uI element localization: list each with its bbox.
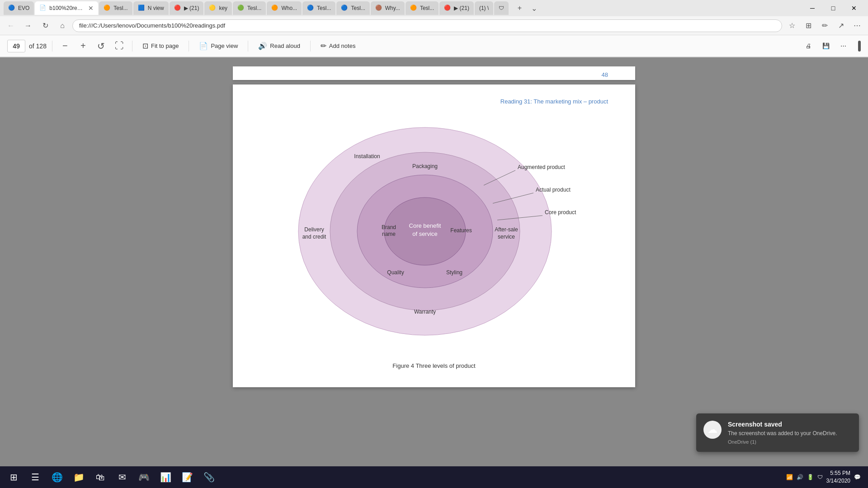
minimize-button[interactable]: ─	[802, 0, 823, 16]
tab-icon-evo: 🔵	[8, 5, 15, 12]
address-input[interactable]: file:///C:/Users/lenovo/Documents/b100%2…	[72, 19, 782, 32]
toast-source: OneDrive (1)	[728, 439, 837, 445]
pdf-page: Reading 31: The marketing mix – product	[233, 84, 635, 387]
forward-button[interactable]: →	[21, 19, 35, 33]
toast-content: Screenshot saved The screenshot was adde…	[728, 421, 837, 445]
add-notes-label: Add notes	[329, 42, 356, 49]
divider1	[52, 41, 52, 52]
powerpoint-button[interactable]: 📊	[156, 467, 175, 487]
tab-shield[interactable]: 🛡	[494, 1, 509, 15]
tab-why[interactable]: 🟤 Why...	[371, 1, 405, 15]
svg-text:After-sale: After-sale	[495, 226, 518, 233]
app-button[interactable]: 📎	[199, 467, 219, 487]
start-button[interactable]: ⊞	[4, 467, 24, 487]
battery-icon: 🔋	[807, 474, 814, 480]
divider3	[189, 41, 189, 52]
favorites-icon[interactable]: ☆	[785, 19, 799, 33]
screenshot-toast: ☁ Screenshot saved The screenshot was ad…	[696, 413, 859, 452]
page-number-input[interactable]	[7, 40, 25, 52]
maximize-button[interactable]: □	[823, 0, 844, 16]
fit-page-label: Fit to page	[151, 42, 179, 49]
print-button[interactable]: 🖨	[801, 41, 816, 51]
page-view-button[interactable]: 📄 Page view	[194, 40, 242, 52]
url-text: file:///C:/Users/lenovo/Documents/b100%2…	[79, 22, 225, 29]
read-aloud-label: Read aloud	[270, 42, 300, 49]
read-aloud-icon: 🔊	[258, 42, 267, 50]
rotate-button[interactable]: ↺	[94, 39, 108, 53]
product-levels-diagram: Core benefit of service Brand name Featu…	[262, 118, 606, 344]
zoom-in-button[interactable]: +	[76, 39, 90, 53]
address-icons: ☆ ⊞ ✏ ↗ ⋯	[785, 19, 864, 33]
settings-icon[interactable]: ⋯	[850, 19, 864, 33]
tab-tesla5[interactable]: 🟠 Tesl...	[406, 1, 439, 15]
svg-text:Actual product: Actual product	[536, 187, 571, 193]
back-button[interactable]: ←	[4, 19, 18, 33]
tab-misc[interactable]: (1) \	[475, 1, 493, 15]
svg-text:Brand: Brand	[382, 224, 396, 230]
tab-evo[interactable]: 🔵 EVO	[4, 1, 34, 15]
toolbar-handle[interactable]	[858, 41, 861, 52]
figure-caption: Figure 4 Three levels of product	[260, 362, 608, 369]
page-view-label: Page view	[211, 42, 238, 49]
network-icon: 📶	[786, 474, 793, 480]
prev-page-number: 48	[602, 71, 608, 78]
edit-icon[interactable]: ✏	[817, 19, 832, 33]
read-aloud-button[interactable]: 🔊 Read aloud	[254, 40, 305, 52]
fit-to-page-button[interactable]: ⊡ Fit to page	[138, 40, 183, 52]
toast-title: Screenshot saved	[728, 421, 837, 428]
notification-icon[interactable]: 💬	[854, 474, 861, 480]
tab-key[interactable]: 🟡 key	[204, 1, 232, 15]
print-icon: 🖨	[806, 42, 811, 49]
tab-yt2[interactable]: 🔴 ▶ (21)	[439, 1, 474, 15]
close-button[interactable]: ✕	[844, 0, 864, 16]
toast-body: The screenshot was added to your OneDriv…	[728, 430, 837, 437]
tab-tesla1[interactable]: 🟠 Tesl...	[99, 1, 132, 15]
collections-icon[interactable]: ⊞	[801, 19, 816, 33]
svg-text:Augmented product: Augmented product	[518, 164, 565, 170]
tab-close-pdf[interactable]: ✕	[88, 5, 94, 12]
svg-text:name: name	[382, 231, 396, 237]
page-view-icon: 📄	[199, 42, 208, 50]
page-total: of 128	[29, 42, 47, 50]
more-button[interactable]: ⋯	[836, 41, 851, 51]
new-tab-button[interactable]: +	[513, 2, 526, 14]
previous-page-strip: 48	[233, 66, 635, 80]
home-button[interactable]: ⌂	[55, 19, 70, 33]
tab-tesla3[interactable]: 🔵 Tesl...	[302, 1, 335, 15]
add-notes-button[interactable]: ✏ Add notes	[316, 40, 360, 52]
svg-text:Core benefit: Core benefit	[409, 222, 441, 229]
divider2	[132, 41, 132, 52]
tab-tesla4[interactable]: 🔵 Tesl...	[336, 1, 369, 15]
word-button[interactable]: 📝	[177, 467, 197, 487]
pdf-toolbar: of 128 − + ↺ ⛶ ⊡ Fit to page 📄 Page view…	[0, 35, 868, 57]
system-clock[interactable]: 5:55 PM 3/14/2020	[826, 469, 850, 485]
tab-pdf[interactable]: 📄 b100%20readings.pdf ✕	[35, 1, 98, 15]
edge-button[interactable]: 🌐	[47, 467, 67, 487]
file-explorer-button[interactable]: 📁	[69, 467, 89, 487]
tab-notion[interactable]: 🟦 N view	[133, 1, 169, 15]
tab-icon-pdf: 📄	[39, 5, 47, 12]
share-icon[interactable]: ↗	[834, 19, 848, 33]
zoom-out-button[interactable]: −	[58, 39, 72, 53]
svg-text:Features: Features	[450, 227, 472, 234]
steam-button[interactable]: 🎮	[134, 467, 154, 487]
save-icon: 💾	[822, 42, 830, 49]
refresh-button[interactable]: ↻	[38, 19, 52, 33]
tab-actions: + ⌄	[513, 2, 540, 14]
save-button[interactable]: 💾	[818, 41, 834, 51]
svg-text:service: service	[498, 234, 515, 240]
tab-who[interactable]: 🟠 Who...	[267, 1, 302, 15]
store-button[interactable]: 🛍	[90, 467, 110, 487]
mail-button[interactable]: ✉	[112, 467, 132, 487]
svg-text:Delivery: Delivery	[304, 226, 324, 233]
task-view-button[interactable]: ☰	[25, 467, 45, 487]
svg-text:Packaging: Packaging	[412, 163, 438, 169]
fullscreen-button[interactable]: ⛶	[112, 39, 127, 53]
tab-tesla2[interactable]: 🟢 Tesl...	[233, 1, 266, 15]
more-icon: ⋯	[840, 42, 846, 49]
tab-yt1[interactable]: 🔴 ▶ (21)	[170, 1, 204, 15]
antivirus-icon: 🛡	[817, 474, 823, 480]
tab-dropdown-button[interactable]: ⌄	[528, 2, 540, 14]
diagram-wrapper: Core benefit of service Brand name Featu…	[262, 118, 606, 353]
volume-icon: 🔊	[797, 474, 803, 480]
